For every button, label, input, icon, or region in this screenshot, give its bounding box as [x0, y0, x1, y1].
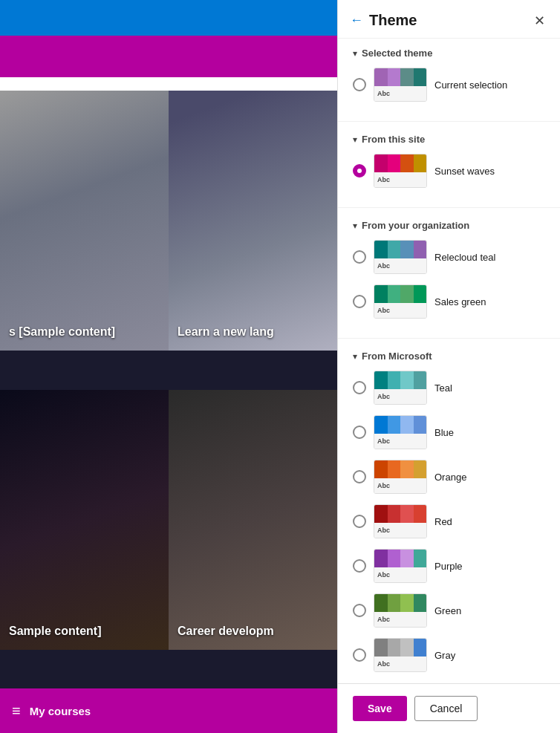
main-content-area: s [Sample content] Learn a new lang Samp…	[0, 0, 337, 733]
swatch-top-green	[374, 594, 426, 612]
theme-label-relecloud: Relecloud teal	[434, 252, 495, 263]
section-from-org: ▾ From your organization Abc Relecloud t…	[338, 211, 560, 335]
swatch-green-2	[388, 594, 401, 612]
radio-purple[interactable]	[353, 559, 366, 573]
theme-label-blue: Blue	[434, 427, 454, 438]
swatch-purple-2	[388, 550, 401, 567]
swatch-blue-3	[400, 416, 414, 434]
swatch-sunset: Abc	[374, 154, 427, 188]
swatch-color-sg-2	[388, 285, 401, 303]
swatch-abc-relecloud: Abc	[374, 258, 426, 273]
swatch-top-gray	[374, 639, 426, 657]
radio-green[interactable]	[353, 604, 366, 617]
theme-option-current[interactable]: Abc Current selection	[353, 68, 545, 102]
section-from-microsoft: ▾ From Microsoft Abc Teal	[338, 342, 560, 683]
radio-current[interactable]	[353, 78, 366, 91]
radio-teal[interactable]	[353, 381, 366, 394]
radio-sales-green[interactable]	[353, 295, 366, 308]
swatch-orange-1	[374, 460, 388, 478]
swatch-color-sunset-2	[388, 154, 401, 172]
back-button[interactable]: ←	[350, 13, 363, 28]
section-header-selected[interactable]: ▾ Selected theme	[353, 48, 545, 59]
swatch-purple-3	[400, 550, 414, 567]
close-button[interactable]: ✕	[534, 13, 545, 29]
radio-gray[interactable]	[353, 648, 366, 662]
theme-option-sunset[interactable]: Abc Sunset waves	[353, 154, 545, 188]
my-courses-icon: ≡	[12, 703, 21, 720]
section-header-org[interactable]: ▾ From your organization	[353, 220, 545, 231]
panel-title: Theme	[369, 12, 417, 29]
swatch-color-relecloud-2	[388, 241, 401, 258]
theme-option-teal[interactable]: Abc Teal	[353, 371, 545, 405]
swatch-abc-purple: Abc	[374, 567, 426, 582]
chevron-icon-org: ▾	[353, 221, 357, 231]
theme-panel: ← Theme ✕ ▾ Selected theme A	[337, 0, 560, 733]
panel-body: ▾ Selected theme Abc Current selection	[338, 39, 560, 683]
grid-cell-hands: Career developm	[169, 390, 337, 650]
swatch-blue-4	[414, 416, 427, 434]
radio-sunset[interactable]	[353, 164, 366, 177]
theme-option-purple[interactable]: Abc Purple	[353, 549, 545, 583]
bottom-bar: ≡ My courses	[0, 688, 337, 733]
chevron-icon-site: ▾	[353, 134, 357, 145]
section-header-microsoft[interactable]: ▾ From Microsoft	[353, 351, 545, 362]
radio-red[interactable]	[353, 515, 366, 528]
radio-orange[interactable]	[353, 470, 366, 483]
theme-option-relecloud[interactable]: Abc Relecloud teal	[353, 240, 545, 274]
swatch-purple-4	[414, 550, 427, 567]
swatch-orange-4	[414, 460, 427, 478]
swatch-blue-2	[388, 416, 401, 434]
chevron-icon-microsoft: ▾	[353, 351, 357, 362]
swatch-color-relecloud-3	[400, 241, 414, 258]
swatch-color-sg-1	[374, 285, 388, 303]
theme-option-red[interactable]: Abc Red	[353, 504, 545, 538]
theme-option-gray[interactable]: Abc Gray	[353, 638, 545, 672]
swatch-top-current	[374, 68, 426, 86]
theme-option-green[interactable]: Abc Green	[353, 593, 545, 628]
theme-label-red: Red	[434, 516, 452, 527]
swatch-top-teal	[374, 371, 426, 389]
swatch-purple-1	[374, 550, 388, 567]
swatch-top-purple	[374, 550, 426, 567]
swatch-color-2	[388, 68, 401, 86]
save-button[interactable]: Save	[353, 696, 407, 721]
swatch-green-1	[374, 594, 388, 612]
swatch-color-3	[400, 68, 414, 86]
grid-cell-woman: Sample content]	[0, 390, 169, 650]
swatch-top-sales-green	[374, 285, 426, 303]
swatch-current: Abc	[374, 68, 427, 102]
section-selected-theme: ▾ Selected theme Abc Current selection	[338, 39, 560, 118]
magenta-bar	[0, 36, 337, 77]
divider-3	[338, 338, 560, 339]
theme-label-sunset: Sunset waves	[434, 166, 495, 177]
card-label-2: Learn a new lang	[178, 325, 274, 339]
theme-label-sales-green: Sales green	[434, 296, 486, 307]
cancel-button[interactable]: Cancel	[414, 696, 478, 721]
card-label-1: s [Sample content]	[9, 325, 115, 339]
divider-1	[338, 121, 560, 122]
radio-relecloud[interactable]	[353, 250, 366, 264]
grid-cell-meeting: Learn a new lang	[169, 91, 337, 351]
swatch-teal-1	[374, 371, 388, 389]
theme-option-sales-green[interactable]: Abc Sales green	[353, 284, 545, 319]
white-strip	[0, 77, 337, 91]
theme-option-orange[interactable]: Abc Orange	[353, 460, 545, 494]
theme-option-blue[interactable]: Abc Blue	[353, 415, 545, 449]
swatch-red-1	[374, 505, 388, 523]
theme-label-orange: Orange	[434, 472, 466, 483]
divider-2	[338, 207, 560, 208]
swatch-abc-blue: Abc	[374, 434, 426, 449]
section-header-site[interactable]: ▾ From this site	[353, 134, 545, 145]
theme-label-green: Green	[434, 605, 461, 616]
swatch-top-relecloud	[374, 241, 426, 258]
swatch-color-relecloud-4	[414, 241, 427, 258]
radio-blue[interactable]	[353, 426, 366, 439]
swatch-red: Abc	[374, 504, 427, 538]
panel-header: ← Theme ✕	[338, 0, 560, 39]
swatch-teal-2	[388, 371, 401, 389]
section-from-site: ▾ From this site Abc Sunset waves	[338, 125, 560, 204]
swatch-green-3	[400, 594, 414, 612]
swatch-green-4	[414, 594, 427, 612]
swatch-relecloud: Abc	[374, 240, 427, 274]
swatch-purple: Abc	[374, 549, 427, 583]
